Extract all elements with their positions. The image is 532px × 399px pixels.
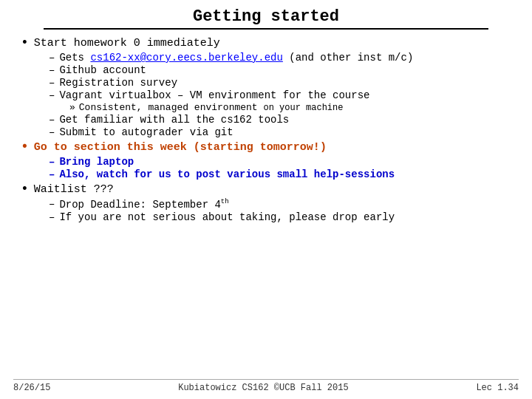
- sub-1-2-dash: –: [49, 64, 55, 76]
- sub-1-5-dash: –: [49, 114, 55, 126]
- slide-content: • Start homework 0 immediately – Gets cs…: [13, 34, 519, 379]
- sub-1-4-dash: –: [49, 89, 55, 101]
- sub-1-6-dash: –: [49, 126, 55, 138]
- sub-1-2-text: Github account: [59, 64, 146, 76]
- sub-2-2-text: Also, watch for us to post various small…: [59, 168, 395, 180]
- sub-1-5-text: Get familiar with all the cs162 tools: [59, 114, 289, 126]
- sub-1-1: – Gets cs162-xx@cory.eecs.berkeley.edu (…: [49, 52, 519, 64]
- bullet-1-text: Start homework 0 immediately: [34, 37, 220, 50]
- sub-sub-1: » Consistent, managed environment on you…: [69, 102, 519, 113]
- footer: 8/26/15 Kubiatowicz CS162 ©UCB Fall 2015…: [13, 379, 519, 393]
- sub-1-1-text: Gets cs162-xx@cory.eecs.berkeley.edu (an…: [59, 52, 413, 64]
- bullet-2-dot: •: [21, 140, 29, 154]
- sub-1-4: – Vagrant virtualbox – VM environment fo…: [49, 89, 519, 101]
- sub-sub-1-text: Consistent, managed environment on your …: [79, 102, 344, 113]
- bullet-1-main: • Start homework 0 immediately: [21, 37, 519, 50]
- sub-3-1-dash: –: [49, 198, 55, 210]
- footer-left: 8/26/15: [13, 383, 50, 393]
- sub-3-1: – Drop Deadline: September 4th: [49, 198, 519, 211]
- sub-1-3: – Registration survey: [49, 77, 519, 89]
- bullet-1-subs: – Gets cs162-xx@cory.eecs.berkeley.edu (…: [49, 52, 519, 138]
- slide: Getting started • Start homework 0 immed…: [0, 0, 532, 399]
- sub-2-2-dash: –: [49, 168, 55, 180]
- sub-2-1: – Bring laptop: [49, 156, 519, 168]
- sub-1-3-dash: –: [49, 77, 55, 89]
- sub-1-4-text: Vagrant virtualbox – VM environment for …: [59, 89, 369, 101]
- sub-3-2: – If you are not serious about taking, p…: [49, 211, 519, 223]
- bullet-3-subs: – Drop Deadline: September 4th – If you …: [49, 198, 519, 223]
- immediately-text: immediately: [147, 37, 220, 50]
- title-area: Getting started: [13, 7, 519, 30]
- sub-1-2: – Github account: [49, 64, 519, 76]
- sub-1-1-dash: –: [49, 52, 55, 64]
- sub-2-1-dash: –: [49, 156, 55, 168]
- sub-2-2: – Also, watch for us to post various sma…: [49, 168, 519, 180]
- bullet-3-dot: •: [21, 182, 29, 197]
- footer-center: Kubiatowicz CS162 ©UCB Fall 2015: [178, 383, 348, 393]
- sub-sub-arrow: »: [69, 102, 75, 113]
- sub-3-2-dash: –: [49, 211, 55, 223]
- bullet-2-subs: – Bring laptop – Also, watch for us to p…: [49, 156, 519, 180]
- bullet-2-text: Go to section this week (starting tomorr…: [34, 141, 327, 154]
- bullet-2-main: • Go to section this week (starting tomo…: [21, 141, 519, 154]
- email-link[interactable]: cs162-xx@cory.eecs.berkeley.edu: [90, 52, 282, 64]
- sub-1-6: – Submit to autograder via git: [49, 126, 519, 138]
- slide-title: Getting started: [13, 7, 519, 26]
- sub-1-3-text: Registration survey: [59, 77, 177, 89]
- sub-1-5: – Get familiar with all the cs162 tools: [49, 114, 519, 126]
- footer-right: Lec 1.34: [476, 383, 519, 393]
- sub-sub-items: » Consistent, managed environment on you…: [69, 102, 519, 113]
- bullet-1-dot: •: [21, 35, 29, 50]
- bullet-2: • Go to section this week (starting tomo…: [21, 141, 519, 180]
- sub-2-1-text: Bring laptop: [59, 156, 134, 168]
- sub-3-2-text: If you are not serious about taking, ple…: [59, 211, 395, 223]
- bullet-3: • Waitlist ??? – Drop Deadline: Septembe…: [21, 183, 519, 223]
- bullet-3-main: • Waitlist ???: [21, 183, 519, 197]
- sub-1-6-text: Submit to autograder via git: [59, 126, 233, 138]
- bullet-1: • Start homework 0 immediately – Gets cs…: [21, 37, 519, 138]
- bullet-3-text: Waitlist ???: [34, 183, 114, 196]
- sub-3-1-text: Drop Deadline: September 4th: [59, 198, 228, 211]
- title-divider: [44, 28, 488, 30]
